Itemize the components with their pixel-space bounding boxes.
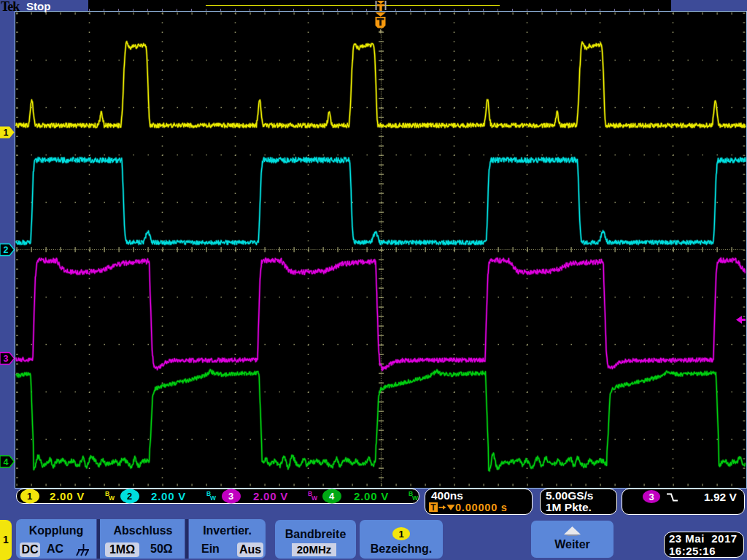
svg-text:W: W bbox=[311, 494, 318, 502]
svg-text:W: W bbox=[210, 494, 217, 502]
svg-text:W: W bbox=[412, 494, 419, 502]
svg-text:2.00 V: 2.00 V bbox=[354, 490, 389, 502]
svg-text:W: W bbox=[109, 494, 115, 502]
svg-text:1: 1 bbox=[27, 491, 33, 502]
svg-text:3: 3 bbox=[4, 354, 9, 364]
svg-text:3: 3 bbox=[649, 491, 654, 502]
svg-text:1: 1 bbox=[4, 128, 9, 138]
svg-text:1.92 V: 1.92 V bbox=[704, 491, 737, 503]
svg-text:2.00 V: 2.00 V bbox=[151, 490, 186, 502]
svg-text:T: T bbox=[430, 502, 436, 513]
svg-text:4: 4 bbox=[329, 491, 335, 502]
svg-text:3: 3 bbox=[228, 491, 234, 502]
svg-text:0.00000 s: 0.00000 s bbox=[455, 502, 508, 513]
svg-text:2.00 V: 2.00 V bbox=[253, 490, 288, 502]
svg-text:2: 2 bbox=[127, 491, 133, 502]
svg-text:2.00 V: 2.00 V bbox=[50, 490, 85, 502]
svg-text:2: 2 bbox=[4, 245, 9, 255]
svg-text:4: 4 bbox=[4, 457, 9, 467]
svg-text:1: 1 bbox=[398, 529, 403, 540]
